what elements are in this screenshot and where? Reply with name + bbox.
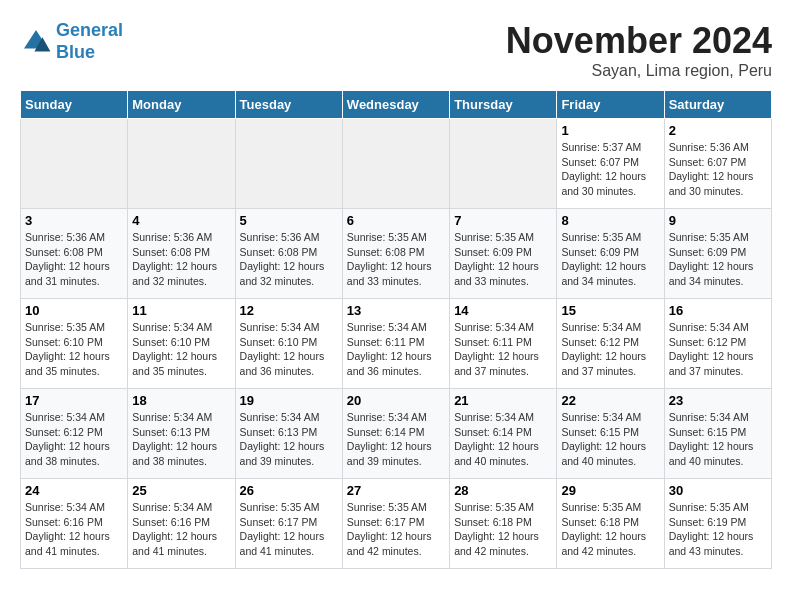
day-info: Sunrise: 5:35 AM Sunset: 6:08 PM Dayligh… bbox=[347, 230, 445, 289]
day-number: 25 bbox=[132, 483, 230, 498]
page-subtitle: Sayan, Lima region, Peru bbox=[506, 62, 772, 80]
day-cell: 21Sunrise: 5:34 AM Sunset: 6:14 PM Dayli… bbox=[450, 389, 557, 479]
day-info: Sunrise: 5:34 AM Sunset: 6:11 PM Dayligh… bbox=[454, 320, 552, 379]
day-number: 7 bbox=[454, 213, 552, 228]
logo-line1: General bbox=[56, 20, 123, 40]
day-number: 20 bbox=[347, 393, 445, 408]
day-cell bbox=[128, 119, 235, 209]
day-info: Sunrise: 5:35 AM Sunset: 6:10 PM Dayligh… bbox=[25, 320, 123, 379]
day-number: 28 bbox=[454, 483, 552, 498]
logo-line2: Blue bbox=[56, 42, 95, 62]
day-cell: 13Sunrise: 5:34 AM Sunset: 6:11 PM Dayli… bbox=[342, 299, 449, 389]
week-row-3: 10Sunrise: 5:35 AM Sunset: 6:10 PM Dayli… bbox=[21, 299, 772, 389]
day-cell: 2Sunrise: 5:36 AM Sunset: 6:07 PM Daylig… bbox=[664, 119, 771, 209]
day-number: 16 bbox=[669, 303, 767, 318]
day-info: Sunrise: 5:34 AM Sunset: 6:13 PM Dayligh… bbox=[132, 410, 230, 469]
day-cell: 8Sunrise: 5:35 AM Sunset: 6:09 PM Daylig… bbox=[557, 209, 664, 299]
day-cell: 26Sunrise: 5:35 AM Sunset: 6:17 PM Dayli… bbox=[235, 479, 342, 569]
page-title: November 2024 bbox=[506, 20, 772, 62]
day-info: Sunrise: 5:34 AM Sunset: 6:13 PM Dayligh… bbox=[240, 410, 338, 469]
day-number: 12 bbox=[240, 303, 338, 318]
day-number: 18 bbox=[132, 393, 230, 408]
title-block: November 2024 Sayan, Lima region, Peru bbox=[506, 20, 772, 80]
day-info: Sunrise: 5:34 AM Sunset: 6:10 PM Dayligh… bbox=[132, 320, 230, 379]
calendar-body: 1Sunrise: 5:37 AM Sunset: 6:07 PM Daylig… bbox=[21, 119, 772, 569]
day-cell: 12Sunrise: 5:34 AM Sunset: 6:10 PM Dayli… bbox=[235, 299, 342, 389]
day-info: Sunrise: 5:34 AM Sunset: 6:10 PM Dayligh… bbox=[240, 320, 338, 379]
week-row-5: 24Sunrise: 5:34 AM Sunset: 6:16 PM Dayli… bbox=[21, 479, 772, 569]
day-number: 2 bbox=[669, 123, 767, 138]
day-number: 23 bbox=[669, 393, 767, 408]
day-cell bbox=[235, 119, 342, 209]
day-info: Sunrise: 5:34 AM Sunset: 6:15 PM Dayligh… bbox=[561, 410, 659, 469]
logo-text: General Blue bbox=[56, 20, 123, 63]
day-cell: 15Sunrise: 5:34 AM Sunset: 6:12 PM Dayli… bbox=[557, 299, 664, 389]
day-cell: 5Sunrise: 5:36 AM Sunset: 6:08 PM Daylig… bbox=[235, 209, 342, 299]
day-number: 26 bbox=[240, 483, 338, 498]
day-number: 30 bbox=[669, 483, 767, 498]
day-cell: 29Sunrise: 5:35 AM Sunset: 6:18 PM Dayli… bbox=[557, 479, 664, 569]
column-header-saturday: Saturday bbox=[664, 91, 771, 119]
day-info: Sunrise: 5:37 AM Sunset: 6:07 PM Dayligh… bbox=[561, 140, 659, 199]
day-number: 15 bbox=[561, 303, 659, 318]
day-info: Sunrise: 5:34 AM Sunset: 6:14 PM Dayligh… bbox=[454, 410, 552, 469]
day-info: Sunrise: 5:34 AM Sunset: 6:12 PM Dayligh… bbox=[669, 320, 767, 379]
day-number: 10 bbox=[25, 303, 123, 318]
day-cell: 7Sunrise: 5:35 AM Sunset: 6:09 PM Daylig… bbox=[450, 209, 557, 299]
day-info: Sunrise: 5:35 AM Sunset: 6:09 PM Dayligh… bbox=[561, 230, 659, 289]
day-cell bbox=[342, 119, 449, 209]
week-row-2: 3Sunrise: 5:36 AM Sunset: 6:08 PM Daylig… bbox=[21, 209, 772, 299]
day-number: 17 bbox=[25, 393, 123, 408]
column-header-sunday: Sunday bbox=[21, 91, 128, 119]
day-number: 13 bbox=[347, 303, 445, 318]
day-number: 8 bbox=[561, 213, 659, 228]
day-info: Sunrise: 5:36 AM Sunset: 6:08 PM Dayligh… bbox=[25, 230, 123, 289]
day-cell: 16Sunrise: 5:34 AM Sunset: 6:12 PM Dayli… bbox=[664, 299, 771, 389]
day-cell: 3Sunrise: 5:36 AM Sunset: 6:08 PM Daylig… bbox=[21, 209, 128, 299]
day-info: Sunrise: 5:35 AM Sunset: 6:17 PM Dayligh… bbox=[347, 500, 445, 559]
day-cell: 14Sunrise: 5:34 AM Sunset: 6:11 PM Dayli… bbox=[450, 299, 557, 389]
week-row-4: 17Sunrise: 5:34 AM Sunset: 6:12 PM Dayli… bbox=[21, 389, 772, 479]
day-cell: 18Sunrise: 5:34 AM Sunset: 6:13 PM Dayli… bbox=[128, 389, 235, 479]
day-number: 21 bbox=[454, 393, 552, 408]
day-info: Sunrise: 5:34 AM Sunset: 6:12 PM Dayligh… bbox=[561, 320, 659, 379]
day-info: Sunrise: 5:36 AM Sunset: 6:08 PM Dayligh… bbox=[240, 230, 338, 289]
day-number: 3 bbox=[25, 213, 123, 228]
day-info: Sunrise: 5:34 AM Sunset: 6:14 PM Dayligh… bbox=[347, 410, 445, 469]
day-number: 6 bbox=[347, 213, 445, 228]
day-info: Sunrise: 5:34 AM Sunset: 6:16 PM Dayligh… bbox=[132, 500, 230, 559]
day-number: 11 bbox=[132, 303, 230, 318]
day-number: 1 bbox=[561, 123, 659, 138]
day-info: Sunrise: 5:35 AM Sunset: 6:18 PM Dayligh… bbox=[454, 500, 552, 559]
day-cell: 19Sunrise: 5:34 AM Sunset: 6:13 PM Dayli… bbox=[235, 389, 342, 479]
day-info: Sunrise: 5:34 AM Sunset: 6:15 PM Dayligh… bbox=[669, 410, 767, 469]
day-cell: 27Sunrise: 5:35 AM Sunset: 6:17 PM Dayli… bbox=[342, 479, 449, 569]
day-cell: 10Sunrise: 5:35 AM Sunset: 6:10 PM Dayli… bbox=[21, 299, 128, 389]
day-cell: 17Sunrise: 5:34 AM Sunset: 6:12 PM Dayli… bbox=[21, 389, 128, 479]
day-number: 14 bbox=[454, 303, 552, 318]
day-cell: 25Sunrise: 5:34 AM Sunset: 6:16 PM Dayli… bbox=[128, 479, 235, 569]
day-cell: 11Sunrise: 5:34 AM Sunset: 6:10 PM Dayli… bbox=[128, 299, 235, 389]
day-cell bbox=[450, 119, 557, 209]
day-info: Sunrise: 5:34 AM Sunset: 6:12 PM Dayligh… bbox=[25, 410, 123, 469]
day-info: Sunrise: 5:35 AM Sunset: 6:19 PM Dayligh… bbox=[669, 500, 767, 559]
logo-icon bbox=[20, 26, 52, 58]
day-cell: 24Sunrise: 5:34 AM Sunset: 6:16 PM Dayli… bbox=[21, 479, 128, 569]
day-cell: 20Sunrise: 5:34 AM Sunset: 6:14 PM Dayli… bbox=[342, 389, 449, 479]
day-info: Sunrise: 5:35 AM Sunset: 6:17 PM Dayligh… bbox=[240, 500, 338, 559]
column-header-thursday: Thursday bbox=[450, 91, 557, 119]
day-info: Sunrise: 5:36 AM Sunset: 6:08 PM Dayligh… bbox=[132, 230, 230, 289]
day-number: 27 bbox=[347, 483, 445, 498]
day-number: 19 bbox=[240, 393, 338, 408]
day-cell: 28Sunrise: 5:35 AM Sunset: 6:18 PM Dayli… bbox=[450, 479, 557, 569]
day-cell: 9Sunrise: 5:35 AM Sunset: 6:09 PM Daylig… bbox=[664, 209, 771, 299]
day-info: Sunrise: 5:34 AM Sunset: 6:16 PM Dayligh… bbox=[25, 500, 123, 559]
day-cell bbox=[21, 119, 128, 209]
column-header-friday: Friday bbox=[557, 91, 664, 119]
day-cell: 23Sunrise: 5:34 AM Sunset: 6:15 PM Dayli… bbox=[664, 389, 771, 479]
day-number: 9 bbox=[669, 213, 767, 228]
day-number: 22 bbox=[561, 393, 659, 408]
page-header: General Blue November 2024 Sayan, Lima r… bbox=[20, 20, 772, 80]
calendar-header-row: SundayMondayTuesdayWednesdayThursdayFrid… bbox=[21, 91, 772, 119]
day-info: Sunrise: 5:34 AM Sunset: 6:11 PM Dayligh… bbox=[347, 320, 445, 379]
